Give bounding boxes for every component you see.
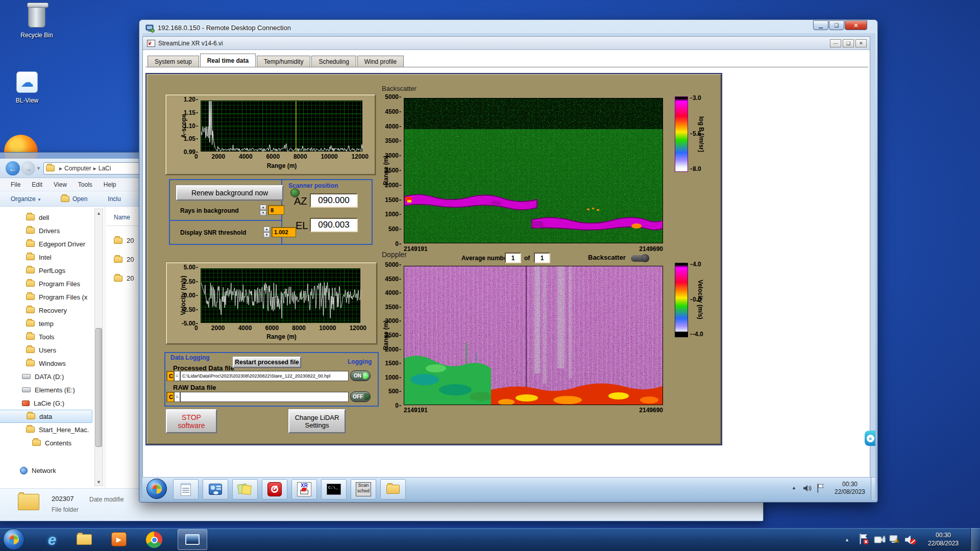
- rays-value[interactable]: 8: [268, 205, 284, 215]
- tab-scheduling[interactable]: Scheduling: [311, 56, 356, 67]
- include-button[interactable]: Inclu: [108, 195, 120, 203]
- raw-path-field[interactable]: [180, 392, 349, 402]
- tab-system-setup[interactable]: System setup: [148, 56, 199, 67]
- remote-clock[interactable]: 00:3022/08/2023: [829, 481, 871, 496]
- host-tray-expand-icon[interactable]: ▲: [845, 537, 849, 542]
- host-volume-muted-icon[interactable]: [904, 534, 917, 546]
- tab-temp-humidity[interactable]: Temp/humidity: [257, 56, 310, 67]
- ascope-plot[interactable]: [201, 101, 362, 152]
- logging-on-switch[interactable]: ON: [350, 370, 371, 381]
- taskbar-cmd-button[interactable]: C:\_: [321, 479, 347, 499]
- rdp-taskbar-button[interactable]: [178, 529, 207, 550]
- tree-item-windows[interactable]: Windows: [0, 357, 92, 370]
- tree-item-network[interactable]: Network: [0, 464, 92, 477]
- lv-close-button[interactable]: ✕: [855, 39, 867, 47]
- processed-drive-selector[interactable]: C: [166, 371, 174, 381]
- tree-item-edgeport-driver[interactable]: Edgeport Driver: [0, 237, 92, 251]
- processed-path-field[interactable]: C:\Lidar\Data\Proc\2023\202308\20230822\…: [180, 371, 349, 381]
- logging-off-switch[interactable]: OFF: [350, 391, 371, 402]
- slideout-arrow-icon[interactable]: «: [865, 431, 875, 446]
- taskbar-notepad-button[interactable]: [173, 479, 199, 499]
- tree-item-start-here-mac[interactable]: Start_Here_Mac.: [0, 423, 92, 436]
- processed-browse-icon[interactable]: ⌸: [174, 371, 180, 381]
- snr-value[interactable]: 1.002: [272, 227, 296, 237]
- tab-wind-profile[interactable]: Wind profile: [357, 56, 404, 67]
- menu-view[interactable]: View: [54, 181, 67, 188]
- renew-background-button[interactable]: Renew background now: [176, 185, 283, 201]
- raw-browse-icon[interactable]: ⌸: [174, 392, 180, 402]
- host-battery-icon[interactable]: [874, 534, 886, 545]
- open-button[interactable]: Open: [72, 195, 87, 203]
- media-player-icon[interactable]: ▶: [111, 532, 127, 546]
- tree-item-tools[interactable]: Tools: [0, 330, 92, 343]
- breadcrumb-computer[interactable]: Computer: [64, 165, 91, 172]
- scroll-down-icon[interactable]: ▼: [95, 480, 103, 485]
- rays-stepper[interactable]: ▲▼: [260, 205, 266, 215]
- recycle-bin-shortcut[interactable]: Recycle Bin: [14, 5, 60, 39]
- tree-item-intel[interactable]: Intel: [0, 251, 92, 264]
- internet-explorer-icon[interactable]: e: [43, 531, 61, 548]
- taskbar-streamline-xr-button[interactable]: XR: [291, 479, 317, 499]
- stop-software-button[interactable]: STOPsoftware: [166, 409, 217, 433]
- doppler-heatmap[interactable]: [404, 266, 663, 405]
- host-flag-error-icon[interactable]: [859, 533, 870, 545]
- tree-item-perflogs[interactable]: PerfLogs: [0, 264, 92, 277]
- taskbar-sticky-notes-button[interactable]: [232, 479, 258, 499]
- remote-start-button[interactable]: [146, 479, 167, 499]
- menu-help[interactable]: Help: [104, 181, 116, 188]
- forward-button[interactable]: →: [21, 161, 35, 176]
- scrollbar-thumb[interactable]: [95, 328, 102, 447]
- back-button[interactable]: ←: [6, 161, 20, 176]
- chrome-icon[interactable]: [146, 532, 162, 548]
- tree-item-lacie-g[interactable]: LaCie (G:): [0, 396, 92, 410]
- close-button[interactable]: ✕: [845, 20, 867, 30]
- backscatter-heatmap[interactable]: [404, 98, 663, 243]
- remote-show-desktop[interactable]: [871, 478, 875, 500]
- taskbar-explorer-button[interactable]: [380, 479, 406, 499]
- restart-processed-button[interactable]: Restart processed file: [233, 357, 301, 368]
- tree-item-temp[interactable]: temp: [0, 317, 92, 330]
- tree-item-program-files[interactable]: Program Files: [0, 277, 92, 290]
- explorer-taskbar-icon[interactable]: [77, 534, 92, 545]
- start-button[interactable]: [3, 529, 24, 550]
- menu-file[interactable]: File: [11, 181, 20, 188]
- az-value[interactable]: 090.000: [310, 193, 358, 208]
- host-clock[interactable]: 00:3022/08/2023: [920, 531, 967, 547]
- action-center-flag-icon[interactable]: [816, 483, 825, 493]
- minimize-button[interactable]: ▁: [813, 20, 828, 30]
- lv-restore-button[interactable]: ❑: [843, 39, 854, 47]
- taskbar-shutdown-button[interactable]: [262, 479, 287, 499]
- el-value[interactable]: 090.003: [310, 218, 358, 232]
- tree-item-program-files-x[interactable]: Program Files (x: [0, 290, 92, 304]
- average-total-value[interactable]: 1: [534, 253, 550, 263]
- host-network-warning-icon[interactable]: [889, 534, 901, 546]
- taskbar-scan-scheduler-button[interactable]: Scansched: [351, 479, 376, 499]
- scroll-up-icon[interactable]: ▲: [95, 209, 103, 216]
- menu-tools[interactable]: Tools: [78, 181, 92, 188]
- velocity-plot[interactable]: [201, 268, 360, 323]
- tree-item-users[interactable]: Users: [0, 343, 92, 357]
- tree-item-contents[interactable]: Contents: [0, 436, 92, 449]
- tree-item-data-d[interactable]: DATA (D:): [0, 370, 92, 383]
- tree-item-dell[interactable]: dell: [0, 211, 92, 224]
- tree-item-elements-e[interactable]: Elements (E:): [0, 383, 92, 396]
- tree-item-data[interactable]: data: [0, 410, 92, 423]
- snr-stepper[interactable]: ▲▼: [263, 227, 270, 237]
- lv-minimize-button[interactable]: —: [830, 39, 841, 47]
- average-number-value[interactable]: 1: [505, 253, 521, 263]
- tree-item-recovery[interactable]: Recovery: [0, 304, 92, 317]
- tab-real-time-data[interactable]: Real time data: [200, 54, 256, 67]
- show-desktop-button[interactable]: [970, 528, 980, 551]
- taskbar-measurement-button[interactable]: [203, 479, 228, 499]
- change-lidar-settings-button[interactable]: Change LiDARSettings: [288, 409, 346, 433]
- breadcrumb-drive[interactable]: LaCi: [99, 165, 111, 172]
- menu-edit[interactable]: Edit: [32, 181, 42, 188]
- tray-expand-icon[interactable]: ▲: [792, 485, 796, 490]
- raw-drive-selector[interactable]: C: [166, 392, 174, 402]
- tree-scrollbar[interactable]: ▲ ▼: [94, 209, 103, 486]
- backscatter-toggle[interactable]: [631, 255, 649, 262]
- tree-item-drivers[interactable]: Drivers: [0, 224, 92, 237]
- volume-icon[interactable]: [803, 484, 812, 493]
- restore-button[interactable]: ❑: [829, 20, 844, 30]
- organize-button[interactable]: Organize ▼: [11, 195, 41, 203]
